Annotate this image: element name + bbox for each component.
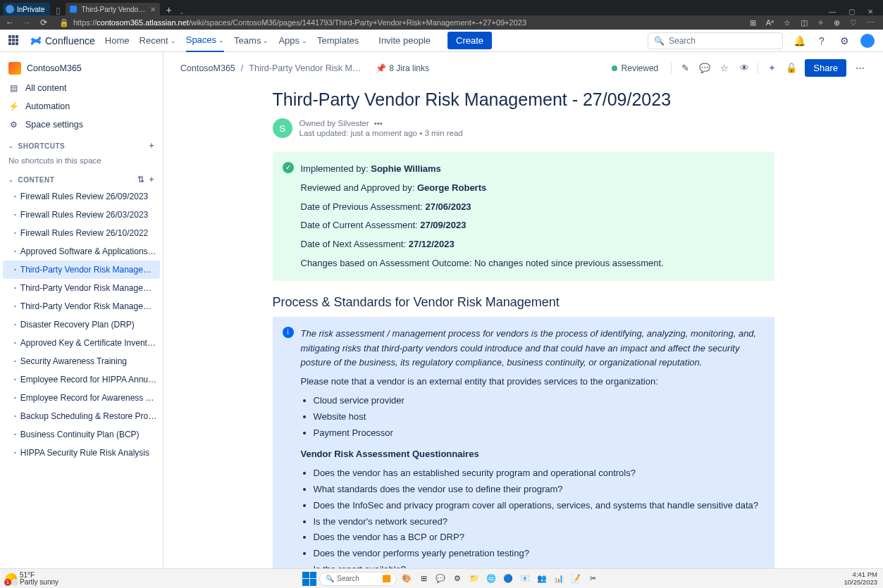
maximize-icon[interactable]: ▢ [848, 8, 855, 15]
tab-overflow-icon[interactable]: ⌄ [178, 8, 186, 15]
more-actions-icon[interactable]: ⋯ [853, 62, 866, 75]
owned-by[interactable]: Owned by Silvester [300, 119, 369, 127]
help-icon[interactable]: ? [815, 35, 828, 47]
refresh-icon[interactable]: ⟳ [39, 18, 48, 27]
page-status-badge[interactable]: Reviewed [606, 61, 665, 75]
tree-label: Security Awareness Training [20, 355, 127, 368]
tree-item[interactable]: •Employee Record for Awareness Training [0, 389, 163, 407]
bullet-icon: • [14, 302, 16, 311]
watch-icon[interactable]: 👁 [738, 62, 751, 75]
taskbar-taskview-icon[interactable]: ⊞ [416, 572, 431, 586]
tree-item[interactable]: •Backup Scheduling & Restore Procedure [0, 407, 163, 425]
breadcrumb-page[interactable]: Third-Party Vendor Risk Management - 27/… [249, 63, 362, 73]
nav-home[interactable]: Home [105, 35, 130, 46]
comments-icon[interactable]: 💬 [698, 62, 711, 75]
tree-item[interactable]: •Employee Record for HIPPA Annual Traini… [0, 370, 163, 389]
taskbar-teams-icon[interactable]: 👥 [535, 572, 549, 586]
close-window-icon[interactable]: ✕ [867, 8, 873, 15]
nav-teams[interactable]: Teams⌄ [234, 35, 268, 46]
sidebar-automation[interactable]: ⚡ Automation [0, 97, 163, 115]
author-avatar[interactable]: S [273, 118, 292, 138]
favorite-icon[interactable]: ☆ [784, 18, 791, 27]
taskbar-app-icon[interactable]: 📊 [552, 572, 566, 586]
edit-icon[interactable]: ✎ [679, 62, 691, 75]
taskbar-search[interactable]: 🔍 Search 🟧 [319, 572, 397, 586]
sidebar-all-content[interactable]: ▤ All content [0, 79, 163, 97]
tree-label: Disaster Recovery Plan (DRP) [20, 318, 135, 331]
tree-item[interactable]: •Firewall Rules Review 26/10/2022 [0, 224, 163, 242]
split-icon[interactable]: ◫ [801, 18, 808, 27]
bullet-icon: • [14, 229, 16, 237]
add-page-icon[interactable]: + [149, 175, 154, 184]
share-button[interactable]: Share [805, 59, 846, 77]
restrictions-icon[interactable]: 🔓 [785, 62, 798, 75]
inprivate-badge[interactable]: InPrivate [3, 3, 50, 15]
breadcrumb-space[interactable]: ContosoM365 [180, 63, 235, 73]
ai-icon[interactable]: ✦ [765, 62, 778, 75]
sidebar-space-settings[interactable]: ⚙ Space settings [0, 115, 163, 134]
confluence-logo[interactable]: Confluence [30, 35, 95, 47]
tree-item[interactable]: •Firewall Rules Review 26/09/2023 [0, 187, 163, 206]
nav-apps[interactable]: Apps⌄ [278, 35, 307, 46]
back-icon[interactable]: ← [6, 18, 14, 27]
tree-label: Firewall Rules Review 26/03/2023 [20, 208, 148, 221]
tree-item[interactable]: •Third-Party Vendor Risk Management - 27… [0, 297, 163, 315]
create-button[interactable]: Create [447, 32, 492, 49]
check-circle-icon: ✓ [283, 162, 294, 173]
nav-spaces[interactable]: Spaces⌄ [186, 30, 224, 52]
taskbar-settings-icon[interactable]: ⚙ [450, 572, 464, 586]
taskbar-outlook-icon[interactable]: 📧 [518, 572, 532, 586]
app-switcher-icon[interactable] [8, 35, 20, 46]
intro-text: The risk assessment / management process… [301, 328, 757, 368]
tree-item[interactable]: •Security Awareness Training [0, 352, 163, 370]
url-input[interactable]: 🔒 https://contosom365.atlassian.net/wiki… [56, 18, 741, 27]
tab-close-icon[interactable]: ✕ [150, 6, 156, 13]
tree-item[interactable]: •Approved Software & Applications List [0, 242, 163, 261]
tree-item[interactable]: •Third-Party Vendor Risk Management - 27… [0, 279, 163, 297]
shortcuts-section[interactable]: ⌄ SHORTCUTS + [0, 134, 163, 154]
taskbar-edge-icon[interactable]: 🌐 [484, 572, 498, 586]
taskbar-chrome-icon[interactable]: 🔵 [501, 572, 515, 586]
taskbar-snip-icon[interactable]: ✂ [586, 572, 600, 586]
extensions-icon[interactable]: ⊕ [834, 18, 840, 27]
settings-icon[interactable]: ⚙ [838, 35, 851, 47]
browser-tab[interactable]: Third-Party Vendor Risk Manage ✕ [66, 3, 160, 15]
filter-icon[interactable]: ⇅ [137, 175, 145, 184]
tree-item[interactable]: •Firewall Rules Review 26/03/2023 [0, 206, 163, 224]
add-shortcut-icon[interactable]: + [149, 141, 154, 151]
taskbar-explorer-icon[interactable]: 📁 [467, 572, 481, 586]
tree-item[interactable]: •Approved Key & Certificate Inventory [0, 334, 163, 352]
chevron-down-icon: ⌄ [8, 177, 14, 183]
start-button[interactable] [302, 572, 316, 586]
tree-item[interactable]: •HIPPA Security Rule Risk Analysis [0, 444, 163, 462]
approved-by: George Roberts [417, 182, 486, 193]
weather-widget[interactable]: 1 51°F Partly sunny [6, 572, 58, 586]
space-header[interactable]: ContosoM365 [0, 58, 163, 79]
user-avatar[interactable] [860, 34, 875, 48]
more-icon[interactable]: ⋯ [867, 18, 875, 27]
nav-templates[interactable]: Templates [317, 35, 359, 46]
app-icon[interactable]: ⊞ [750, 18, 756, 27]
invite-people-button[interactable]: Invite people [371, 32, 438, 49]
taskbar-clock[interactable]: 4:41 PM 10/25/2023 [844, 571, 877, 586]
notifications-icon[interactable]: 🔔 [793, 35, 805, 47]
tree-item[interactable]: •Disaster Recovery Plan (DRP) [0, 315, 163, 334]
new-tab-button[interactable]: + [161, 4, 175, 15]
nav-recent[interactable]: Recent⌄ [140, 35, 176, 46]
search-input[interactable]: 🔍 Search [648, 32, 783, 49]
tree-item[interactable]: •Third-Party Vendor Risk Management - 27… [3, 261, 160, 279]
minimize-icon[interactable]: — [829, 8, 836, 15]
browser-essentials-icon[interactable]: ♡ [850, 18, 857, 27]
star-icon[interactable]: ☆ [718, 62, 731, 75]
taskbar-word-icon[interactable]: 📝 [569, 572, 583, 586]
taskbar-copilot-icon[interactable]: 🎨 [400, 572, 414, 586]
collections-icon[interactable]: ✧ [817, 18, 824, 27]
jira-links[interactable]: 📌 8 Jira links [376, 63, 429, 73]
tree-label: Approved Key & Certificate Inventory [20, 337, 157, 349]
space-name-text: ContosoM365 [27, 63, 82, 73]
tree-item[interactable]: •Business Continuity Plan (BCP) [0, 425, 163, 444]
byline-more-icon[interactable]: ••• [371, 119, 385, 127]
read-aloud-icon[interactable]: Aᵃ [766, 18, 774, 27]
taskbar-chat-icon[interactable]: 💬 [433, 572, 447, 586]
content-section[interactable]: ⌄ CONTENT ⇅ + [0, 168, 163, 187]
